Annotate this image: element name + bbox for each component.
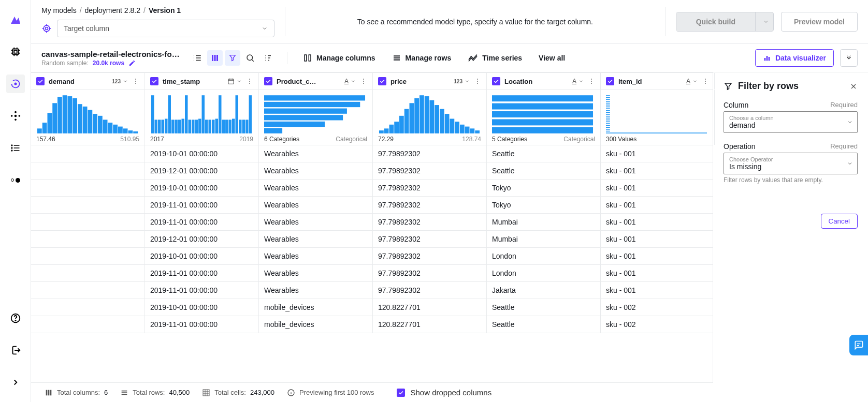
table-cell: Tokyo bbox=[487, 180, 601, 196]
column-menu-icon[interactable] bbox=[474, 78, 481, 85]
table-row[interactable]: 2019-11-01 00:00:00Wearables97.79892302J… bbox=[31, 282, 713, 299]
table-row[interactable]: 2019-10-01 00:00:00Wearables97.79892302S… bbox=[31, 145, 713, 162]
more-options-button[interactable] bbox=[840, 49, 858, 67]
table-row[interactable]: 2019-11-01 00:00:00Wearables97.79892302T… bbox=[31, 197, 713, 214]
checkbox-checked-icon[interactable] bbox=[378, 77, 386, 85]
table-row[interactable]: 2019-10-01 00:00:00Wearables97.79892302L… bbox=[31, 248, 713, 265]
column-header[interactable]: time_stamp bbox=[145, 73, 258, 90]
chat-fab-icon[interactable] bbox=[849, 335, 868, 355]
svg-rect-141 bbox=[606, 127, 610, 128]
edit-icon[interactable] bbox=[128, 59, 136, 67]
column-header[interactable]: Product_c… A bbox=[259, 73, 372, 90]
column-header[interactable]: Location A bbox=[487, 73, 600, 90]
svg-rect-146 bbox=[48, 390, 50, 395]
table-row[interactable]: 2019-11-01 00:00:00Wearables97.79892302L… bbox=[31, 265, 713, 282]
table-row[interactable]: 2019-11-01 00:00:00Wearables97.79892302M… bbox=[31, 214, 713, 231]
svg-rect-74 bbox=[188, 120, 191, 133]
column-menu-icon[interactable] bbox=[588, 78, 595, 85]
breadcrumb-item[interactable]: deployment 2.8.2 bbox=[85, 6, 140, 14]
table-row[interactable]: 2019-12-01 00:00:00Wearables97.79892302S… bbox=[31, 162, 713, 180]
column-menu-icon[interactable] bbox=[132, 78, 139, 85]
column-type-icon[interactable]: A bbox=[344, 78, 356, 85]
svg-rect-16 bbox=[214, 55, 216, 61]
column-type-icon[interactable]: 123 bbox=[112, 79, 128, 84]
cancel-button[interactable]: Cancel bbox=[821, 214, 858, 229]
checkbox-checked-icon[interactable] bbox=[492, 77, 500, 85]
svg-rect-62 bbox=[133, 131, 138, 133]
logout-icon[interactable] bbox=[6, 341, 25, 360]
data-visualizer-button[interactable]: Data visualizer bbox=[755, 49, 834, 67]
table-cell: 2019-10-01 00:00:00 bbox=[145, 180, 259, 196]
list-view-icon[interactable] bbox=[190, 50, 205, 66]
table-row[interactable]: 2019-10-01 00:00:00mobile_devices120.822… bbox=[31, 299, 713, 316]
column-header[interactable]: price 123 bbox=[373, 73, 486, 90]
column-type-icon[interactable] bbox=[227, 78, 242, 85]
table-cell bbox=[31, 248, 145, 264]
svg-rect-0 bbox=[12, 49, 18, 55]
column-menu-icon[interactable] bbox=[360, 78, 367, 85]
table-cell: sku - 001 bbox=[601, 145, 713, 162]
column-chart: 157.46510.95 bbox=[31, 90, 145, 145]
checkbox-checked-icon[interactable] bbox=[606, 77, 614, 85]
svg-point-7 bbox=[18, 115, 20, 117]
app-logo-icon[interactable] bbox=[6, 10, 25, 29]
column-type-icon[interactable]: A bbox=[572, 78, 584, 85]
manage-columns-button[interactable]: Manage columns bbox=[299, 51, 380, 65]
list-icon[interactable] bbox=[6, 139, 25, 157]
table-cell bbox=[31, 231, 145, 247]
sort-icon[interactable] bbox=[260, 50, 276, 66]
chart-min: 6 Categories bbox=[264, 136, 299, 143]
column-select[interactable]: Choose a column demand bbox=[724, 111, 858, 133]
grid-view-icon[interactable] bbox=[207, 50, 223, 66]
svg-rect-112 bbox=[445, 114, 450, 133]
svg-rect-89 bbox=[239, 120, 242, 133]
checkbox-checked-icon[interactable] bbox=[150, 77, 158, 85]
dots-status-icon[interactable] bbox=[6, 171, 25, 189]
manage-rows-button[interactable]: Manage rows bbox=[388, 51, 456, 65]
view-all-button[interactable]: View all bbox=[534, 52, 569, 64]
preview-model-button[interactable]: Preview model bbox=[781, 12, 858, 32]
table-row[interactable]: 2019-12-01 00:00:00Wearables97.79892302M… bbox=[31, 231, 713, 248]
target-column-select[interactable]: Target column bbox=[57, 20, 274, 37]
refresh-icon[interactable] bbox=[6, 75, 25, 93]
svg-rect-140 bbox=[606, 125, 610, 126]
svg-rect-136 bbox=[606, 117, 610, 118]
table-cell: sku - 001 bbox=[601, 214, 713, 230]
column-header[interactable]: demand 123 bbox=[31, 73, 144, 90]
column-header[interactable]: item_id A bbox=[601, 73, 714, 90]
table-row[interactable]: 2019-10-01 00:00:00Wearables97.79892302T… bbox=[31, 180, 713, 197]
close-icon[interactable] bbox=[849, 82, 858, 91]
table-header-row: demand 123 time_stamp Product_c… A price… bbox=[31, 72, 713, 90]
column-type-icon[interactable]: 123 bbox=[454, 79, 470, 84]
operation-hint: Choose Operator bbox=[729, 156, 852, 162]
svg-rect-104 bbox=[404, 109, 409, 133]
expand-rail-icon[interactable] bbox=[6, 373, 25, 392]
checkbox-checked-icon[interactable] bbox=[36, 77, 45, 85]
search-icon[interactable] bbox=[242, 50, 258, 66]
svg-rect-131 bbox=[606, 108, 610, 109]
svg-rect-49 bbox=[67, 96, 72, 133]
table-cell: sku - 001 bbox=[601, 248, 713, 264]
checkbox-checked-icon[interactable] bbox=[264, 77, 272, 85]
help-icon[interactable] bbox=[6, 309, 25, 327]
network-icon[interactable] bbox=[6, 107, 25, 125]
table-row[interactable]: 2019-11-01 00:00:00mobile_devices120.822… bbox=[31, 316, 713, 333]
column-menu-icon[interactable] bbox=[702, 78, 709, 85]
show-dropped-toggle[interactable]: Show dropped columns bbox=[397, 388, 491, 397]
sample-rows[interactable]: 20.0k rows bbox=[93, 59, 124, 67]
svg-rect-78 bbox=[202, 95, 205, 133]
chip-icon[interactable] bbox=[6, 42, 25, 61]
manage-rows-label: Manage rows bbox=[406, 54, 452, 62]
filter-icon[interactable] bbox=[225, 50, 240, 66]
table-cell: Wearables bbox=[259, 197, 373, 213]
chart-min: 157.46 bbox=[36, 136, 55, 143]
column-menu-icon[interactable] bbox=[246, 78, 253, 85]
table-cell: 97.79892302 bbox=[373, 162, 487, 179]
status-bar: Total columns:6 Total rows:40,500 Total … bbox=[31, 383, 868, 402]
table-cell: Seattle bbox=[487, 162, 601, 179]
svg-rect-23 bbox=[769, 57, 770, 61]
time-series-button[interactable]: Time series bbox=[464, 52, 526, 64]
breadcrumb-item[interactable]: My models bbox=[41, 6, 77, 14]
operation-select[interactable]: Choose Operator Is missing bbox=[724, 153, 858, 174]
column-type-icon[interactable]: A bbox=[686, 78, 698, 85]
